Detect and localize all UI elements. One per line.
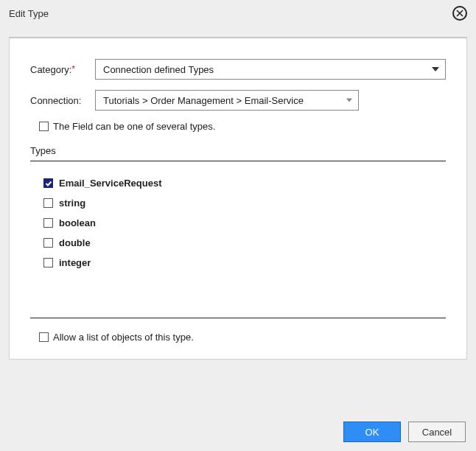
type-checkbox[interactable] [43,238,53,248]
main-panel: Category:* Connection defined Types Conn… [9,37,467,360]
category-select-wrap: Connection defined Types [95,59,446,80]
allow-list-row[interactable]: Allow a list of objects of this type. [30,332,446,343]
type-item[interactable]: double [43,237,446,248]
category-row: Category:* Connection defined Types [30,59,446,80]
type-item[interactable]: boolean [43,217,446,228]
category-select[interactable]: Connection defined Types [95,59,446,80]
several-types-label: The Field can be one of several types. [53,121,215,132]
type-label: Email_ServiceRequest [59,178,161,189]
category-label: Category:* [30,64,95,75]
type-label: string [59,197,85,209]
type-item[interactable]: string [43,197,446,209]
dialog-title: Edit Type [9,8,49,19]
chevron-down-icon [346,99,352,102]
category-label-text: Category: [30,64,71,75]
type-checkbox[interactable] [43,218,53,228]
close-button[interactable] [452,6,467,21]
required-marker: * [71,64,74,73]
types-section-title: Types [30,145,446,161]
check-icon [45,180,52,187]
connection-select[interactable]: Tutorials > Order Management > Email-Ser… [95,90,359,111]
type-item[interactable]: Email_ServiceRequest [43,178,446,189]
type-label: integer [59,257,91,268]
category-select-value: Connection defined Types [103,64,214,75]
section-divider [30,318,446,318]
types-list: Email_ServiceRequeststringbooleandoublei… [30,178,446,310]
chevron-down-icon [432,67,439,71]
button-bar: OK Cancel [343,422,466,442]
type-label: boolean [59,217,96,228]
dialog-header: Edit Type [0,0,476,31]
type-item[interactable]: integer [43,257,446,268]
type-checkbox[interactable] [43,178,53,188]
type-checkbox[interactable] [43,198,53,208]
connection-select-wrap: Tutorials > Order Management > Email-Ser… [95,90,359,111]
connection-row: Connection: Tutorials > Order Management… [30,90,446,111]
close-icon [456,10,463,17]
several-types-checkbox[interactable] [39,122,49,131]
cancel-button[interactable]: Cancel [408,422,466,442]
ok-button[interactable]: OK [343,422,401,442]
allow-list-label: Allow a list of objects of this type. [53,332,194,343]
connection-label: Connection: [30,95,95,106]
type-label: double [59,237,91,248]
connection-select-value: Tutorials > Order Management > Email-Ser… [103,95,304,106]
allow-list-checkbox[interactable] [39,332,49,342]
several-types-row[interactable]: The Field can be one of several types. [39,121,446,132]
type-checkbox[interactable] [43,258,53,268]
